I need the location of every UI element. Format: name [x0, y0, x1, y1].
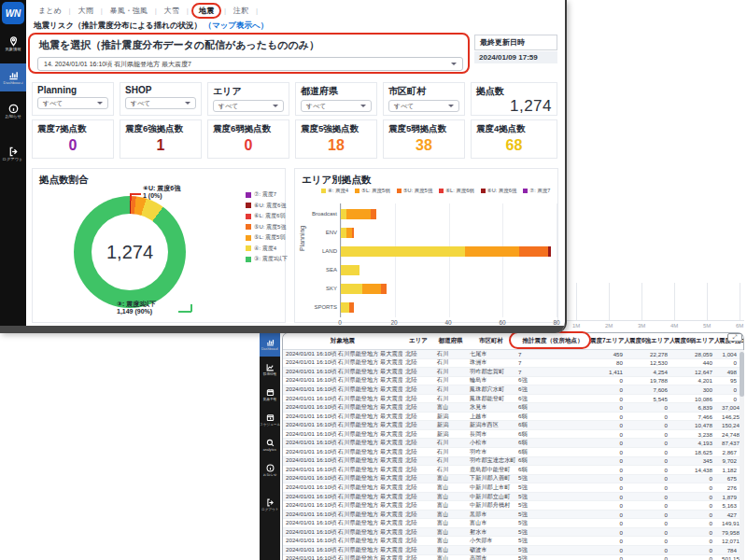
filter-dropdown-市区町村[interactable]: すべて [388, 100, 459, 112]
table-cell: 石川 [434, 350, 467, 358]
table-row[interactable]: 2024/01/01 16:10頃 石川県能登地方 最大震度7北陸石川鳳珠郡能登… [283, 395, 743, 404]
map-view-link[interactable]: （マップ表示へ） [204, 21, 268, 30]
table-cell: 0 [590, 520, 629, 526]
donut-legend-item: ⑤L: 震度5弱 [246, 233, 288, 242]
table-sidebar-item-Dashboard[interactable]: Dashboard [260, 331, 280, 357]
filter-dropdown-SHOP[interactable]: すべて [125, 97, 196, 109]
total-sites-value: 1,274 [476, 97, 552, 116]
line-chart-icon [266, 363, 275, 371]
table-row[interactable]: 2024/01/01 16:10頃 石川県能登地方 最大震度7北陸石川羽咋市6弱… [283, 448, 743, 457]
table-cell: 0 [590, 467, 629, 473]
table-row[interactable]: 2024/01/01 16:10頃 石川県能登地方 最大震度7北陸石川七尾市74… [283, 350, 743, 359]
quake-select-dropdown[interactable]: 14. 2024/01/01 16:10頃 石川県能登地方 最大震度7 [37, 57, 463, 71]
table-row[interactable]: 2024/01/01 16:10頃 石川県能登地方 最大震度7北陸新潟長岡市6弱… [283, 430, 743, 440]
tab-大雪[interactable]: 大雪 [160, 4, 184, 18]
table-cell: 羽咋市 [467, 448, 515, 456]
table-row[interactable]: 2024/01/01 16:10頃 石川県能登地方 最大震度7北陸石川小松市6弱… [283, 439, 743, 448]
table-row[interactable]: 2024/01/01 16:10頃 石川県能登地方 最大震度7北陸石川珠洲市78… [283, 359, 743, 369]
tab-地震[interactable]: 地震 [191, 3, 221, 19]
table-row[interactable]: 2024/01/01 16:10頃 石川県能登地方 最大震度7北陸富山高岡市5強… [283, 555, 743, 560]
table-row[interactable]: 2024/01/01 16:10頃 石川県能登地方 最大震度7北陸富山黒部市5強… [283, 511, 743, 520]
callout-leader-green-v [190, 304, 192, 312]
filter-card-都道府県: 都道府県 すべて [295, 82, 377, 116]
table-cell: 珠洲市 [467, 358, 515, 367]
table-row[interactable]: 2024/01/01 16:10頃 石川県能登地方 最大震度7北陸石川鳳珠郡穴水… [283, 385, 743, 395]
table-cell: 富山 [434, 511, 467, 519]
filter-dropdown-都道府県[interactable]: すべて [301, 100, 372, 112]
bar-legend-item: ⑦: 震度7 [523, 188, 550, 194]
quake-select-value: 14. 2024/01/01 16:10頃 石川県能登地方 最大震度7 [44, 60, 191, 69]
sidebar-item-ログアウト[interactable]: ログアウト [0, 140, 26, 168]
table-sidebar-item-analytics[interactable]: analytics [260, 432, 280, 457]
table-cell: 0 [629, 467, 674, 473]
table-cell: 北陸 [402, 358, 434, 367]
tab-まとめ[interactable]: まとめ [34, 4, 66, 18]
table-row[interactable]: 2024/01/01 16:10頃 石川県能登地方 最大震度7北陸富山砺波市5強… [283, 546, 743, 555]
table-sidebar-item-お知らせ[interactable]: お知らせ [260, 457, 280, 483]
table-row[interactable]: 2024/01/01 16:10頃 石川県能登地方 最大震度7北陸富山富山市5強… [283, 519, 743, 528]
table-row[interactable]: 2024/01/01 16:10頃 石川県能登地方 最大震度7北陸富山中新川郡舟… [283, 501, 743, 511]
table-row[interactable]: 2024/01/01 16:10頃 石川県能登地方 最大震度7北陸新潟上越市6弱… [283, 413, 743, 422]
app-logo[interactable]: WN [2, 2, 24, 24]
bar-segment [346, 209, 371, 219]
scrollbar-thumb[interactable] [740, 352, 744, 397]
table-sidebar-item-スケジュール[interactable]: スケジュール [260, 407, 280, 432]
table-row[interactable]: 2024/01/01 16:10頃 石川県能登地方 最大震度7北陸富山下新川郡入… [283, 475, 743, 484]
table-cell: 345 [674, 457, 719, 464]
magnifier-icon [266, 439, 275, 447]
sidebar-item-Dashboard[interactable]: Dashboard [0, 63, 26, 91]
table-scrollbar[interactable] [740, 350, 744, 560]
table-cell: 6弱 [515, 439, 590, 447]
table-cell: 北陸 [402, 519, 434, 527]
table-cell: 5強 [515, 501, 590, 510]
expand-icon[interactable]: ⤢ [727, 333, 742, 342]
sidebar-item-気象情報[interactable]: 気象情報 [0, 30, 26, 58]
intensity-card-label: 震度5弱拠点数 [388, 123, 459, 135]
tab-separator: | [221, 7, 229, 15]
table-cell: 12,530 [629, 359, 674, 366]
tab-separator: | [98, 7, 106, 15]
table-cell: 2024/01/01 16:10頃 石川県能登地方 最大震度7 [283, 483, 402, 492]
tab-暴風・強風[interactable]: 暴風・強風 [106, 4, 152, 18]
table-sidebar-item-ログアウト[interactable]: ログアウト [260, 492, 280, 517]
table-cell: 4,193 [674, 440, 719, 446]
table-row[interactable]: 2024/01/01 16:10頃 石川県能登地方 最大震度7北陸石川羽咋郡志賀… [283, 368, 743, 377]
table-cell: 7,606 [629, 386, 674, 393]
column-header-対象地震: 対象地震 [283, 337, 402, 345]
legend-label: ③: 震度3以下 [254, 255, 288, 263]
bar-track [341, 302, 557, 313]
callout-leader-red [130, 193, 141, 195]
table-cell: 氷見市 [467, 403, 515, 412]
table-cell: 0 [674, 494, 719, 500]
tab-bar: まとめ|大雨|暴風・強風|大雪|地震|注釈| [34, 3, 261, 19]
table-row[interactable]: 2024/01/01 16:10頃 石川県能登地方 最大震度7北陸富山小矢部市5… [283, 537, 743, 546]
table-row[interactable]: 2024/01/01 16:10頃 石川県能登地方 最大震度7北陸石川輪島市6強… [283, 377, 743, 386]
tab-separator: | [184, 7, 191, 15]
filter-dropdown-Planning[interactable]: すべて [37, 97, 108, 109]
table-cell: 石川 [434, 456, 467, 465]
donut-center: 1,274 [92, 214, 168, 290]
background-axis-line [567, 320, 744, 321]
table-row[interactable]: 2024/01/01 16:10頃 石川県能登地方 最大震度7北陸富山中新川郡立… [283, 493, 743, 502]
table-row[interactable]: 2024/01/01 16:10頃 石川県能登地方 最大震度7北陸石川鹿島郡中能… [283, 466, 743, 475]
table-sidebar-item-観測情報[interactable]: 観測情報 [260, 357, 280, 382]
table-cell: 羽咋郡宝達志水町 [467, 456, 515, 465]
filter-dropdown-エリア[interactable]: すべて [213, 100, 284, 112]
table-row[interactable]: 2024/01/01 16:10頃 石川県能登地方 最大震度7北陸富山中新川郡上… [283, 483, 743, 493]
table-cell: 北陸 [402, 395, 434, 403]
table-cell: 北陸 [402, 501, 434, 510]
table-row[interactable]: 2024/01/01 16:10頃 石川県能登地方 最大震度7北陸富山射水市5強… [283, 528, 743, 538]
legend-swatch [246, 224, 251, 230]
sidebar-item-お知らせ[interactable]: お知らせ [0, 97, 26, 125]
table-row[interactable]: 2024/01/01 16:10頃 石川県能登地方 最大震度7北陸石川羽咋郡宝達… [283, 457, 743, 467]
table-cell: 0 [590, 386, 629, 393]
table-row[interactable]: 2024/01/01 16:10頃 石川県能登地方 最大震度7北陸富山氷見市6弱… [283, 403, 743, 413]
table-cell: 0 [629, 520, 674, 526]
tab-大雨[interactable]: 大雨 [74, 4, 98, 18]
tab-注釈[interactable]: 注釈 [229, 4, 253, 18]
table-cell: 6,839 [674, 404, 719, 411]
table-sidebar-item-気象予報[interactable]: 気象予報 [260, 382, 280, 407]
table-cell: 2024/01/01 16:10頃 石川県能登地方 最大震度7 [283, 493, 402, 501]
table-row[interactable]: 2024/01/01 16:10頃 石川県能登地方 最大震度7北陸新潟新潟市西区… [283, 421, 743, 430]
table-cell: 0 [590, 422, 629, 428]
